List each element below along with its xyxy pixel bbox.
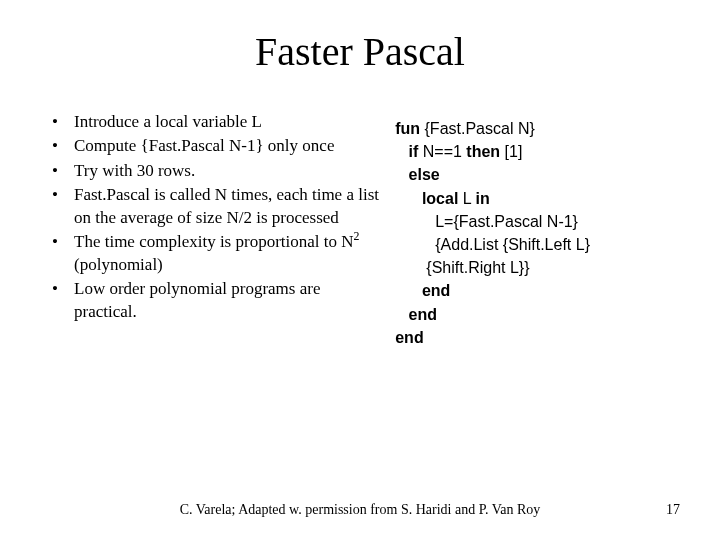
slide-body: Introduce a local variable L Compute {Fa…	[44, 111, 676, 349]
code-text: {Shift.Right L}}	[395, 259, 529, 276]
code-text: N==1	[418, 143, 466, 160]
bullet-column: Introduce a local variable L Compute {Fa…	[44, 111, 387, 349]
bullet-item: Low order polynomial programs are practi…	[44, 278, 387, 323]
code-line: else	[395, 163, 676, 186]
kw-end: end	[395, 282, 450, 299]
page-number: 17	[666, 502, 680, 518]
code-line: {Add.List {Shift.Left L}	[395, 233, 676, 256]
bullet-item: Compute {Fast.Pascal N-1} only once	[44, 135, 387, 157]
bullet-item: The time complexity is proportional to N…	[44, 231, 387, 276]
kw-end: end	[395, 306, 437, 323]
code-line: end	[395, 279, 676, 302]
kw-fun: fun	[395, 120, 420, 137]
bullet-text: Low order polynomial programs are practi…	[74, 279, 320, 320]
footer: C. Varela; Adapted w. permission from S.…	[0, 502, 720, 518]
bullet-list: Introduce a local variable L Compute {Fa…	[44, 111, 387, 323]
bullet-text: Try with 30 rows.	[74, 161, 195, 180]
kw-else: else	[395, 166, 439, 183]
code-line: local L in	[395, 187, 676, 210]
code-line: end	[395, 303, 676, 326]
code-line: if N==1 then [1]	[395, 140, 676, 163]
kw-in: in	[476, 190, 490, 207]
footer-credit: C. Varela; Adapted w. permission from S.…	[0, 502, 720, 518]
bullet-text: Introduce a local variable L	[74, 112, 262, 131]
bullet-item: Introduce a local variable L	[44, 111, 387, 133]
code-text: L={Fast.Pascal N-1}	[395, 213, 578, 230]
code-line: L={Fast.Pascal N-1}	[395, 210, 676, 233]
bullet-text-cont: (polynomial)	[74, 255, 163, 274]
slide: Faster Pascal Introduce a local variable…	[0, 0, 720, 540]
kw-local: local	[395, 190, 458, 207]
code-text: {Add.List {Shift.Left L}	[395, 236, 590, 253]
slide-title: Faster Pascal	[44, 28, 676, 75]
code-column: fun {Fast.Pascal N} if N==1 then [1] els…	[395, 111, 676, 349]
bullet-text: Fast.Pascal is called N times, each time…	[74, 185, 379, 226]
code-text: [1]	[500, 143, 522, 160]
superscript: 2	[354, 230, 360, 244]
code-line: {Shift.Right L}}	[395, 256, 676, 279]
code-text: L	[458, 190, 475, 207]
bullet-text: The time complexity is proportional to N	[74, 232, 354, 251]
bullet-item: Fast.Pascal is called N times, each time…	[44, 184, 387, 229]
kw-if: if	[395, 143, 418, 160]
code-line: fun {Fast.Pascal N}	[395, 117, 676, 140]
code-line: end	[395, 326, 676, 349]
code-text: {Fast.Pascal N}	[420, 120, 535, 137]
bullet-text: Compute {Fast.Pascal N-1} only once	[74, 136, 334, 155]
kw-then: then	[466, 143, 500, 160]
kw-end: end	[395, 329, 423, 346]
bullet-item: Try with 30 rows.	[44, 160, 387, 182]
